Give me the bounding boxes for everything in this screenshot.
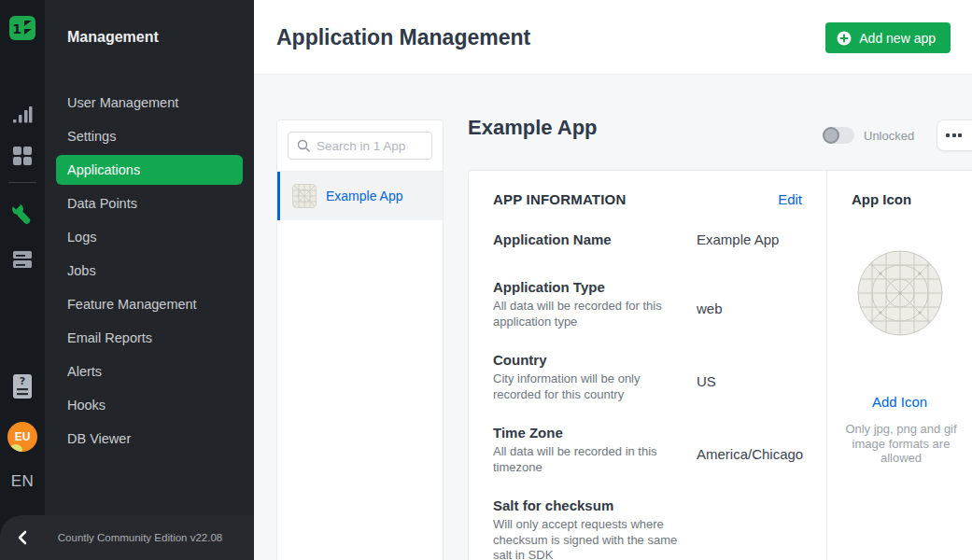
app-placeholder-icon [292,184,317,208]
plus-circle-icon [837,31,852,46]
app-search-input[interactable] [317,139,419,153]
sidebar-item-logs[interactable]: Logs [45,220,254,254]
sidebar-menu: User Management Settings Applications Da… [45,86,254,455]
sidebar-item-alerts[interactable]: Alerts [45,355,254,388]
app-list-item-label: Example App [326,189,403,203]
app-search-box [288,132,432,160]
app-information-title: APP INFORMATION [493,191,626,207]
app-icon-hint: Only jpg, png and gif image formats are … [842,422,960,466]
sidebar-icon-rail: 1 [0,0,45,560]
avatar-sliver [9,444,22,452]
svg-text:?: ? [20,375,25,387]
avatar-initials: EU [15,430,31,443]
help-center-item[interactable]: ? [0,373,45,399]
field-salt-for-checksum: Salt for checksum Will only accept reque… [493,496,802,560]
sidebar-menu-panel: Management User Management Settings Appl… [45,0,254,560]
page-header: Application Management Add new app [254,0,972,75]
lock-toggle-group: Unlocked [823,127,914,144]
field-time-zone: Time Zone All data will be recorded in t… [493,423,802,475]
sidebar-item-applications[interactable]: Applications [56,155,243,185]
field-description: All data will be recorded in this timezo… [493,444,684,475]
countly-logo-icon: 1 [8,13,36,43]
lock-state-label: Unlocked [864,129,914,143]
search-icon [297,139,310,152]
bar-chart-icon [12,105,33,125]
field-value: US [697,371,802,402]
wrench-icon [10,202,35,226]
add-new-app-button[interactable]: Add new app [825,22,951,53]
language-label: EN [11,472,35,491]
sidebar-item-data-points[interactable]: Data Points [45,187,254,220]
analytics-nav-item[interactable] [0,105,45,125]
content-area: Example App Example App Unlocked APP INF… [254,75,972,560]
management-nav-item-active[interactable] [0,202,45,226]
field-value [697,517,802,560]
sidebar-item-settings[interactable]: Settings [45,119,254,153]
field-application-type: Application Type All data will be record… [493,277,802,329]
sidebar-item-user-management[interactable]: User Management [45,86,254,119]
app-list-item-selected[interactable]: Example App [277,172,443,220]
server-icon [12,248,33,271]
collapse-sidebar-button[interactable] [0,530,45,545]
field-label: Salt for checksum [493,496,697,515]
app-information-section: APP INFORMATION Edit Application Name Ex… [469,171,826,560]
field-value: America/Chicago [697,444,803,475]
data-manager-nav-item[interactable] [0,248,45,271]
svg-text:1: 1 [12,21,21,36]
more-options-button[interactable] [937,119,972,151]
app-list-panel: Example App [276,119,444,560]
user-avatar[interactable]: EU [0,422,45,452]
field-value: Example App [697,230,802,249]
app-icon-section: App Icon [826,171,972,560]
app-icon-placeholder [857,250,943,336]
language-selector[interactable]: EN [0,472,45,491]
sidebar-item-feature-management[interactable]: Feature Management [45,287,254,321]
add-new-app-label: Add new app [859,31,936,46]
app-icon-title: App Icon [842,191,957,207]
sidebar-footer: Countly Community Edition v22.08 [0,515,254,560]
field-label: Time Zone [493,423,697,442]
version-label: Countly Community Edition v22.08 [45,532,254,543]
application-management-page: 1 [0,0,972,560]
ellipsis-icon [946,133,962,137]
field-application-name: Application Name Example App [493,230,802,249]
sidebar-item-jobs[interactable]: Jobs [45,254,254,287]
dashboards-nav-item[interactable] [0,146,45,166]
field-description: All data will be recorded for this appli… [493,299,684,329]
lock-toggle[interactable] [823,127,854,144]
chevron-left-icon [17,530,28,545]
field-description: Will only accept requests where checksum… [493,517,684,560]
field-label: Application Type [493,277,697,297]
countly-logo[interactable]: 1 [0,13,45,43]
sidebar-item-db-viewer[interactable]: DB Viewer [45,422,254,455]
app-search-wrap [277,120,443,172]
sidebar-section-title: Management [67,29,159,46]
edit-link[interactable]: Edit [778,191,802,207]
field-value: web [697,299,802,329]
app-detail-card: APP INFORMATION Edit Application Name Ex… [468,170,972,560]
app-information-header: APP INFORMATION Edit [493,191,802,207]
app-icon-placeholder-image [857,250,943,336]
lock-toggle-knob [823,127,839,144]
help-icon: ? [11,373,34,399]
field-label: Country [493,350,697,370]
grid-icon [12,146,33,166]
add-icon-link[interactable]: Add Icon [842,394,957,410]
field-label: Application Name [493,230,697,249]
field-description: City information will be only recorded f… [493,371,684,402]
field-country: Country City information will be only re… [493,350,802,402]
sidebar-item-hooks[interactable]: Hooks [45,388,254,422]
app-detail-title: Example App [468,116,598,140]
rail-divider [8,182,36,183]
page-title: Application Management [276,25,530,50]
sidebar-item-email-reports[interactable]: Email Reports [45,321,254,355]
